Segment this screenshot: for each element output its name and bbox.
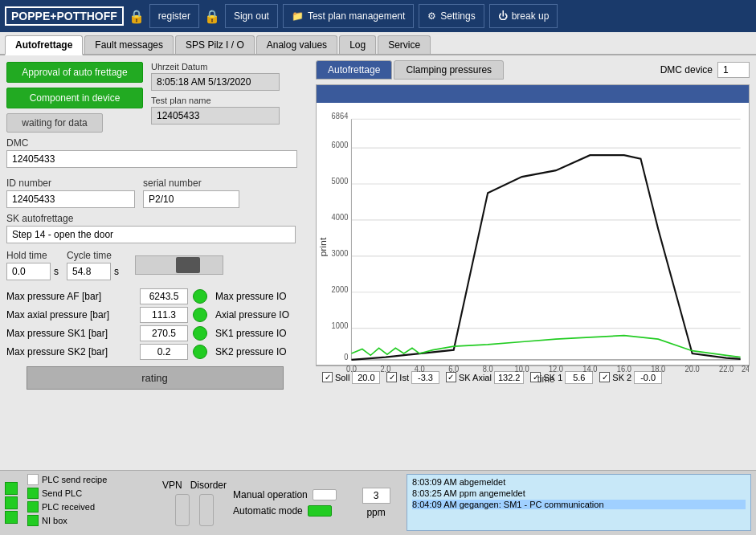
pressure-io-label-2: SK1 pressure IO: [215, 328, 287, 339]
testplan-button[interactable]: 📁 Test plan management: [283, 4, 414, 28]
disorder-indicator: [199, 494, 214, 526]
datetime-label: Uhrzeit Datum: [151, 62, 280, 71]
manual-label: Manual operation: [233, 489, 308, 500]
right-panel: Autofrettage Clamping pressures DMC devi…: [309, 55, 756, 470]
component-button[interactable]: Component in device: [6, 88, 143, 108]
plc-indicator-0: [27, 474, 39, 485]
disorder-label: Disorder: [190, 480, 227, 491]
waiting-button[interactable]: waiting for data: [6, 113, 103, 133]
pressure-row-3: Max pressure SK2 [bar] SK2 pressure IO: [6, 344, 303, 360]
manual-row: Manual operation: [233, 489, 345, 500]
pressure-value-3[interactable]: [140, 344, 188, 360]
tab-fault-messages[interactable]: Fault messages: [84, 35, 174, 54]
plc-big-indicator-3: [5, 511, 18, 524]
svg-text:0: 0: [344, 353, 349, 361]
svg-text:18.0: 18.0: [651, 364, 666, 373]
pressure-indicator-2: [193, 326, 207, 341]
testplan-input[interactable]: [151, 107, 280, 125]
settings-icon: ⚙: [427, 10, 436, 22]
manual-auto-section: Manual operation Automatic mode: [233, 474, 345, 531]
svg-text:0.0: 0.0: [346, 364, 358, 373]
signout-button[interactable]: Sign out: [225, 4, 278, 28]
id-input[interactable]: [6, 190, 135, 208]
tab-service[interactable]: Service: [378, 35, 431, 54]
breakup-button[interactable]: ⏻ break up: [489, 4, 558, 28]
chart-tab-clamping[interactable]: Clamping pressures: [394, 60, 504, 80]
ppm-input[interactable]: [362, 488, 390, 504]
cycle-label: Cycle time: [67, 250, 119, 261]
auto-row: Automatic mode: [233, 505, 345, 517]
pressure-indicator-3: [193, 345, 207, 359]
plc-big-indicator-1: [5, 482, 18, 495]
tab-log[interactable]: Log: [339, 35, 376, 54]
pressure-indicator-0: [193, 289, 207, 304]
tab-sps-pilz[interactable]: SPS Pilz I / O: [175, 35, 255, 54]
plc-label-1: Send PLC: [42, 488, 82, 498]
svg-text:4.0: 4.0: [415, 364, 426, 373]
svg-text:1000: 1000: [332, 321, 349, 329]
vpn-label: VPN: [162, 480, 182, 491]
left-panel: Approval of auto frettage Component in d…: [0, 55, 309, 470]
pressure-label-3: Max pressure SK2 [bar]: [6, 346, 135, 357]
log-section: 8:03:09 AM abgemeldet 8:03:25 AM ppm ang…: [407, 474, 751, 531]
plc-label-2: PLC received: [42, 502, 95, 512]
serial-input[interactable]: [143, 190, 239, 208]
log-entry-1: 8:03:25 AM ppm angemeldet: [412, 488, 746, 498]
plc-label-0: PLC send recipe: [42, 475, 107, 484]
pressure-value-1[interactable]: [140, 307, 188, 323]
svg-text:2.0: 2.0: [380, 364, 391, 373]
datetime-input[interactable]: [151, 73, 280, 91]
power-icon: ⏻: [498, 10, 508, 22]
sk-label: SK autofrettage: [6, 213, 303, 224]
cycle-unit: s: [114, 266, 119, 277]
dmc-device-input[interactable]: [717, 62, 750, 78]
pressure-label-0: Max pressure AF [bar]: [6, 291, 135, 302]
pressure-row-1: Max axial pressure [bar] Axial pressure …: [6, 307, 303, 323]
vpn-section: VPN Disorder: [162, 474, 227, 531]
pressure-value-0[interactable]: [140, 288, 188, 304]
svg-text:3000: 3000: [332, 248, 349, 257]
plc-big-indicator-2: [5, 496, 18, 509]
lock-icon-2: 🔒: [204, 9, 220, 24]
register-button[interactable]: register: [149, 4, 199, 28]
dmc-input[interactable]: [6, 150, 297, 168]
pressure-value-2[interactable]: [140, 325, 188, 341]
dmc-label: DMC: [6, 137, 303, 149]
auto-label: Automatic mode: [233, 505, 303, 517]
sk-auto-box: Step 14 - open the door: [6, 226, 296, 243]
ppm-section: ppm: [352, 474, 400, 531]
pressure-io-label-1: Axial pressure IO: [215, 309, 289, 321]
chart-header-bar: [317, 85, 749, 103]
slider-thumb: [176, 257, 200, 273]
auto-toggle[interactable]: [308, 505, 332, 517]
hold-input[interactable]: [6, 263, 51, 280]
svg-text:12.0: 12.0: [549, 364, 564, 373]
svg-text:6.0: 6.0: [448, 364, 460, 373]
settings-button[interactable]: ⚙ Settings: [419, 4, 484, 28]
manual-toggle[interactable]: [313, 489, 337, 500]
dmc-device-label: DMC device: [660, 64, 713, 76]
rating-button[interactable]: rating: [27, 366, 284, 390]
svg-text:16.0: 16.0: [617, 364, 632, 373]
approval-button[interactable]: Approval of auto frettage: [6, 62, 143, 83]
pressure-label-1: Max axial pressure [bar]: [6, 309, 135, 321]
svg-text:14.0: 14.0: [582, 364, 598, 373]
tab-autofrettage[interactable]: Autofrettage: [5, 35, 83, 55]
tab-analog-values[interactable]: Analog values: [256, 35, 337, 54]
plc-row-2: PLC received: [27, 501, 156, 513]
plc-indicator-2: [27, 501, 39, 513]
right-header: Autofrettage Clamping pressures DMC devi…: [316, 60, 750, 80]
log-entry-0: 8:03:09 AM abgemeldet: [412, 477, 746, 487]
folder-icon: 📁: [292, 10, 304, 22]
chart-tab-autofrettage[interactable]: Autofrettage: [316, 60, 392, 80]
testplan-label: Test plan name: [151, 96, 280, 105]
svg-text:5000: 5000: [332, 177, 349, 186]
top-nav: POPPE+POTTHOFF 🔒 register 🔒 Sign out 📁 T…: [0, 0, 756, 32]
log-entry-2: 8:04:09 AM gegangen: SM1 - PC communicat…: [412, 500, 746, 509]
svg-text:24.0: 24.0: [742, 364, 749, 373]
plc-row-1: Send PLC: [27, 488, 156, 499]
cycle-input[interactable]: [67, 263, 111, 280]
svg-text:20.0: 20.0: [685, 364, 701, 373]
slider-container[interactable]: [135, 255, 223, 275]
svg-text:2000: 2000: [332, 284, 349, 293]
